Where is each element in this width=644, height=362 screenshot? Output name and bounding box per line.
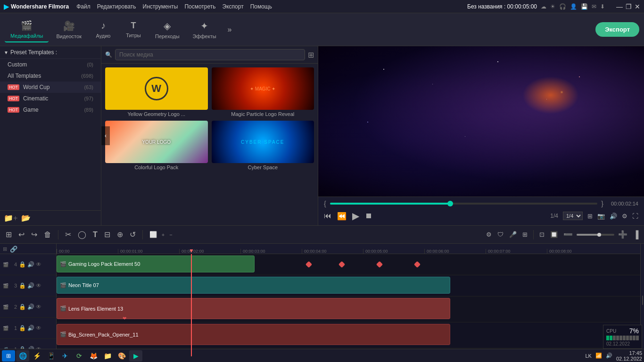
save-icon[interactable]: 💾 bbox=[581, 3, 588, 10]
pen-icon[interactable]: ◯ bbox=[76, 228, 88, 241]
track-v3-eye[interactable]: 👁 bbox=[36, 282, 41, 289]
tab-audio[interactable]: ♪ Аудио bbox=[89, 17, 117, 41]
track-v4-eye[interactable]: 👁 bbox=[36, 261, 41, 268]
close-button[interactable]: ✕ bbox=[635, 3, 640, 10]
fit-screen-icon[interactable]: ⊞ bbox=[587, 213, 593, 220]
media-item-magic[interactable]: ✦ MAGIC ✦ Magic Particle Logo Reveal bbox=[212, 67, 314, 117]
fit-timeline-icon[interactable]: ▐ bbox=[631, 229, 640, 241]
track-v2-eye[interactable]: 👁 bbox=[36, 304, 41, 310]
color-grade-icon[interactable]: ⚙ bbox=[484, 229, 494, 240]
download-icon[interactable]: ⬇ bbox=[600, 3, 605, 10]
export-clip-icon[interactable]: 🔲 bbox=[548, 229, 560, 240]
menu-export[interactable]: Экспорт bbox=[223, 3, 244, 10]
stop-button[interactable]: ⏹ bbox=[365, 212, 372, 220]
tab-transitions[interactable]: ◈ Переходы bbox=[149, 17, 185, 42]
menu-tools[interactable]: Инструменты bbox=[143, 3, 178, 10]
headset-icon[interactable]: 🎧 bbox=[559, 3, 566, 10]
page-select[interactable]: 1/4 bbox=[563, 212, 583, 220]
taskbar-paint[interactable]: 🎨 bbox=[115, 350, 128, 362]
taskbar-firefox[interactable]: 🦊 bbox=[87, 350, 100, 362]
track-height-icon[interactable]: ⬜ bbox=[148, 229, 159, 240]
user-icon[interactable]: 👤 bbox=[570, 3, 577, 10]
progress-handle[interactable] bbox=[447, 201, 453, 206]
track-v1-lock[interactable]: 🔒 bbox=[19, 325, 26, 331]
step-back-button[interactable]: ⏪ bbox=[337, 212, 347, 221]
track-v4-lock[interactable]: 🔒 bbox=[19, 261, 26, 268]
media-nav-prev[interactable]: ‹ bbox=[101, 126, 110, 145]
taskbar-app-2[interactable]: ⚡ bbox=[30, 350, 43, 362]
menu-file[interactable]: Файл bbox=[76, 3, 91, 10]
tab-stock[interactable]: 🎥 Видеосток bbox=[50, 17, 87, 42]
taskbar-chrome[interactable]: 🌐 bbox=[16, 350, 29, 362]
split-icon[interactable]: ⊞ bbox=[4, 228, 14, 241]
maximize-button[interactable]: ❐ bbox=[626, 3, 632, 10]
add-icon[interactable]: ⊕ bbox=[115, 228, 125, 241]
fullscreen-icon[interactable]: ⛶ bbox=[632, 213, 638, 220]
sidebar-item-custom[interactable]: Custom (0) bbox=[0, 59, 101, 70]
sidebar-item-world-cup[interactable]: HOT World Cup (63) bbox=[0, 82, 101, 93]
preset-templates-header[interactable]: ▼ Preset Templates : bbox=[0, 46, 101, 59]
grid-view-icon[interactable]: ⊞ bbox=[308, 50, 314, 59]
add-folder-icon[interactable]: 📁+ bbox=[4, 214, 17, 222]
track-v1-mute[interactable]: 🔊 bbox=[27, 325, 34, 331]
zoom-out-icon[interactable]: ➖ bbox=[561, 228, 575, 241]
add-track-icon[interactable]: ⊞ bbox=[3, 246, 7, 252]
taskbar-viber[interactable]: 📱 bbox=[44, 350, 58, 362]
text-icon[interactable]: T bbox=[91, 229, 99, 241]
sidebar-item-all-templates[interactable]: All Templates (698) bbox=[0, 70, 101, 82]
taskbar-app-5[interactable]: ⟳ bbox=[73, 350, 86, 362]
delete-icon[interactable]: 🗑 bbox=[42, 229, 53, 241]
start-button[interactable]: ⊞ bbox=[2, 350, 15, 362]
volume-taskbar-icon[interactable]: 🔊 bbox=[606, 353, 612, 359]
sidebar-item-cinematic[interactable]: HOT Cinematic (97) bbox=[0, 93, 101, 104]
more-tabs-button[interactable]: » bbox=[224, 25, 236, 34]
zoom-in-icon[interactable]: ➕ bbox=[616, 228, 629, 241]
settings-icon[interactable]: ⚙ bbox=[622, 213, 627, 220]
menu-help[interactable]: Помощь bbox=[250, 3, 272, 10]
tab-effects[interactable]: ✦ Эффекты bbox=[187, 17, 222, 42]
track-v2-mute[interactable]: 🔊 bbox=[27, 304, 34, 310]
export-button[interactable]: Экспорт bbox=[595, 22, 639, 37]
mail-icon[interactable]: ✉ bbox=[592, 3, 596, 10]
sidebar-item-game[interactable]: HOT Game (89) bbox=[0, 104, 101, 115]
sun-icon[interactable]: ☀ bbox=[550, 3, 555, 10]
link-tracks-icon[interactable]: 🔗 bbox=[10, 246, 17, 253]
clip-gaming-logo[interactable]: 🎬 Gaming Logo Pack Element 50 bbox=[57, 255, 255, 272]
taskbar-filmora[interactable]: ▶ bbox=[129, 350, 142, 362]
mask-icon[interactable]: 🛡 bbox=[495, 229, 505, 240]
volume-icon[interactable]: 🔊 bbox=[610, 213, 617, 220]
track-v2-lock[interactable]: 🔒 bbox=[19, 304, 26, 310]
minimize-button[interactable]: — bbox=[616, 3, 623, 10]
clip-neon-title[interactable]: 🎬 Neon Title 07 bbox=[57, 277, 450, 294]
taskbar-files[interactable]: 📁 bbox=[101, 350, 114, 362]
media-item-yellow-geo[interactable]: W Yellow Geometry Logo ... bbox=[105, 67, 208, 117]
folder-icon[interactable]: 📂 bbox=[21, 214, 31, 222]
crop-icon[interactable]: ⊟ bbox=[102, 228, 112, 241]
snapshot-icon[interactable]: 📷 bbox=[597, 213, 605, 220]
mic-icon[interactable]: 🎤 bbox=[507, 229, 519, 240]
clip-lens-flares[interactable]: 🎬 Lens Flares Element 13 bbox=[57, 298, 450, 319]
cloud-icon[interactable]: ☁ bbox=[541, 3, 546, 10]
render-icon[interactable]: ⊡ bbox=[537, 229, 546, 240]
grid-icon[interactable]: ⊞ bbox=[520, 229, 529, 240]
play-button[interactable]: ▶ bbox=[352, 210, 359, 222]
taskbar-telegram[interactable]: ✈ bbox=[58, 350, 72, 362]
clip-big-screen[interactable]: 🎬 Big_Screen_Pack_Opener_11 bbox=[57, 324, 450, 345]
skip-back-button[interactable]: ⏮ bbox=[324, 212, 331, 220]
track-v4-mute[interactable]: 🔊 bbox=[27, 261, 34, 268]
menu-view[interactable]: Посмотреть bbox=[184, 3, 215, 10]
cut-icon[interactable]: ✂ bbox=[63, 228, 73, 241]
network-icon[interactable]: 📶 bbox=[595, 353, 602, 359]
zoom-handle[interactable] bbox=[597, 233, 601, 237]
media-item-cyber[interactable]: CYBER SPACE Cyber Space bbox=[212, 121, 314, 170]
media-item-colorful[interactable]: YOUR LOGO Colorful Logo Pack bbox=[105, 121, 208, 170]
search-input[interactable] bbox=[115, 49, 305, 60]
track-v3-lock[interactable]: 🔒 bbox=[19, 282, 26, 289]
tab-titles[interactable]: T Титры bbox=[119, 18, 148, 41]
tab-media[interactable]: 🎬 Медиафайлы bbox=[5, 17, 49, 42]
track-v3-mute[interactable]: 🔊 bbox=[27, 282, 34, 289]
track-v1-eye[interactable]: 👁 bbox=[36, 325, 41, 331]
redo-icon[interactable]: ↪ bbox=[29, 228, 39, 241]
progress-bar[interactable] bbox=[330, 203, 598, 205]
rotate-icon[interactable]: ↺ bbox=[128, 228, 138, 241]
